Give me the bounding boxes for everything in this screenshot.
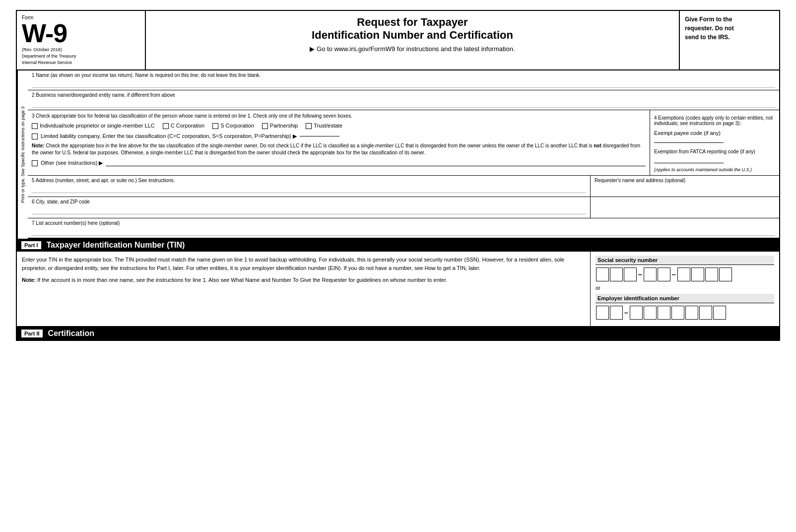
cb-c-corp-label: C Corporation	[171, 123, 204, 129]
cb-llc-box[interactable]	[32, 133, 38, 139]
city-right	[591, 197, 779, 218]
cb-trust-label: Trust/estate	[314, 123, 342, 129]
other-label: Other (see instructions) ▶	[41, 160, 103, 166]
cb-partnership-box[interactable]	[262, 123, 268, 129]
fatca-input[interactable]	[654, 156, 724, 163]
checkboxes-row: Individual/sole proprietor or single-mem…	[32, 123, 646, 129]
field4-label: 4 Exemptions (codes apply only to certai…	[654, 115, 775, 126]
form-number: W-9	[22, 20, 67, 46]
header-left: Form W-9 (Rev. October 2018) Department …	[17, 11, 146, 69]
part2-header: Part II Certification	[17, 327, 779, 340]
rev-date: (Rev. October 2018)	[22, 47, 140, 52]
ein-cell-3[interactable]	[630, 306, 643, 320]
ssn-cell-1[interactable]	[596, 267, 609, 281]
ssn-cell-5[interactable]	[658, 267, 670, 281]
cb-individual-label: Individual/sole proprietor or single-mem…	[40, 123, 155, 129]
cb-s-corp-box[interactable]	[212, 123, 218, 129]
requesters-label: Requester's name and address (optional)	[595, 178, 775, 183]
other-row: Other (see instructions) ▶	[32, 159, 646, 166]
note-text: Note: Check the appropriate box in the l…	[32, 142, 646, 156]
llc-row: Limited liability company. Enter the tax…	[32, 133, 646, 139]
ssn-dash-1: –	[638, 270, 642, 278]
requesters-field: Requester's name and address (optional)	[591, 176, 779, 197]
w9-form: Form W-9 (Rev. October 2018) Department …	[16, 10, 780, 341]
form-header: Form W-9 (Rev. October 2018) Department …	[17, 11, 779, 70]
exempt-payee-input[interactable]	[654, 136, 724, 143]
part1-right: Social security number – – or Employer i…	[591, 252, 779, 326]
part1-left: Enter your TIN in the appropriate box. T…	[17, 252, 591, 326]
field6-label: 6 City, state, and ZIP code	[32, 199, 586, 204]
form-title: Request for Taxpayer Identification Numb…	[156, 16, 669, 42]
fatca-label: Exemption from FATCA reporting code (if …	[654, 149, 775, 154]
ssn-cell-2[interactable]	[610, 267, 623, 281]
ein-label: Employer identification number	[596, 294, 774, 303]
note-not: not	[594, 143, 601, 148]
ssn-cell-9[interactable]	[719, 267, 732, 281]
city-row: 6 City, state, and ZIP code	[28, 197, 779, 218]
header-right: Give Form to the requester. Do not send …	[680, 11, 779, 69]
requesters-input[interactable]	[595, 184, 775, 193]
cb-trust: Trust/estate	[306, 123, 342, 129]
llc-label: Limited liability company. Enter the tax…	[41, 133, 297, 139]
field7-label: 7 List account number(s) here (optional)	[32, 220, 775, 226]
llc-input[interactable]	[300, 136, 339, 136]
field7-input[interactable]	[32, 227, 775, 236]
ssn-cell-4[interactable]	[644, 267, 657, 281]
city-left: 6 City, state, and ZIP code	[28, 197, 591, 218]
note-title: Note:	[32, 143, 45, 148]
cb-individual-box[interactable]	[32, 123, 38, 129]
ein-cell-4[interactable]	[644, 306, 657, 320]
part2-box: Part II	[21, 329, 43, 338]
ssn-cell-3[interactable]	[624, 267, 637, 281]
form-body: Print or type. See Specific Instructions…	[17, 70, 779, 239]
ssn-cells: – –	[596, 267, 774, 282]
address-row: 5 Address (number, street, and apt. or s…	[28, 176, 779, 197]
ssn-cell-8[interactable]	[705, 267, 718, 281]
address-left: 5 Address (number, street, and apt. or s…	[28, 176, 591, 197]
exempt-payee-label: Exempt payee code (if any)	[654, 130, 775, 144]
form-subtitle: ▶ Go to www.irs.gov/FormW9 for instructi…	[156, 45, 669, 53]
field1-input[interactable]	[32, 79, 775, 88]
part1-box: Part I	[21, 241, 42, 250]
other-input[interactable]	[106, 159, 646, 166]
header-center: Request for Taxpayer Identification Numb…	[146, 11, 680, 69]
ein-cell-7[interactable]	[685, 306, 698, 320]
part1-note-label: Note:	[22, 277, 36, 283]
field3-label: 3 Check appropriate box for federal tax …	[32, 113, 646, 119]
ein-cell-2[interactable]	[610, 306, 623, 320]
cb-partnership: Partnership	[262, 123, 298, 129]
note-body1: Check the appropriate box in the line ab…	[46, 143, 594, 148]
exemptions-section: 4 Exemptions (codes apply only to certai…	[654, 115, 775, 172]
cb-s-corp-label: S Corporation	[220, 123, 254, 129]
ssn-label: Social security number	[596, 256, 774, 265]
ein-cell-5[interactable]	[658, 306, 670, 320]
field2-label: 2 Business name/disregarded entity name,…	[32, 92, 775, 98]
field1-label: 1 Name (as shown on your income tax retu…	[32, 72, 775, 78]
ssn-dash-2: –	[672, 270, 676, 278]
part1-description: Enter your TIN in the appropriate box. T…	[22, 256, 585, 272]
cb-individual: Individual/sole proprietor or single-mem…	[32, 123, 155, 129]
ssn-cell-7[interactable]	[691, 267, 704, 281]
field2-input[interactable]	[32, 99, 775, 108]
ein-cell-8[interactable]	[699, 306, 712, 320]
cb-s-corp: S Corporation	[212, 123, 254, 129]
part1-header: Part I Taxpayer Identification Number (T…	[17, 239, 779, 252]
or-text: or	[596, 285, 774, 291]
cb-c-corp: C Corporation	[163, 123, 204, 129]
part1-title: Taxpayer Identification Number (TIN)	[47, 241, 185, 250]
cb-c-corp-box[interactable]	[163, 123, 169, 129]
form-fields: 1 Name (as shown on your income tax retu…	[28, 70, 779, 239]
field7-row: 7 List account number(s) here (optional)	[28, 218, 779, 239]
ein-cell-6[interactable]	[671, 306, 684, 320]
ein-cell-1[interactable]	[596, 306, 609, 320]
part2-title: Certification	[48, 329, 94, 338]
cb-other-box[interactable]	[32, 160, 38, 166]
cb-partnership-label: Partnership	[270, 123, 298, 129]
ein-cell-9[interactable]	[713, 306, 726, 320]
field6-input[interactable]	[32, 205, 586, 214]
ein-dash: –	[624, 309, 628, 317]
dept-info: Department of the Treasury Internal Reve…	[22, 53, 140, 66]
cb-trust-box[interactable]	[306, 123, 312, 129]
field5-input[interactable]	[32, 184, 586, 193]
ssn-cell-6[interactable]	[677, 267, 690, 281]
